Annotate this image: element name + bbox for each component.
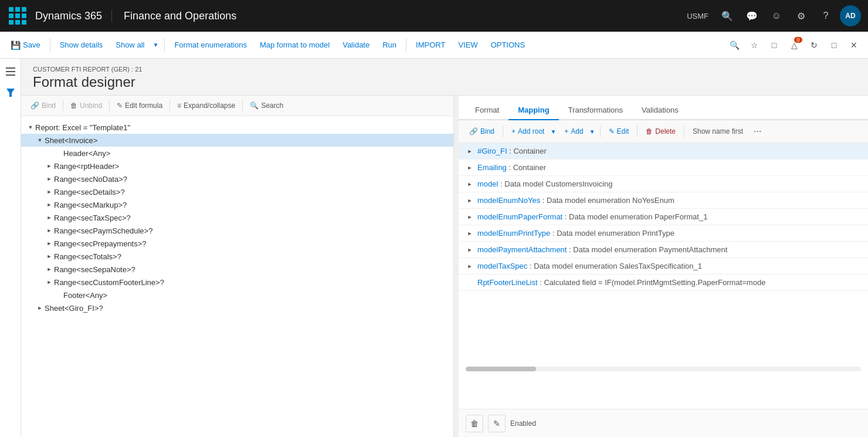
tree-chevron-header (54, 148, 63, 158)
toolbar-refresh-button[interactable]: ↻ (805, 36, 823, 55)
mapping-item-modelpaymentattachment[interactable]: ► modelPaymentAttachment : Data model en… (459, 242, 868, 258)
show-all-button[interactable]: Show all (110, 37, 150, 53)
toolbar-close-button[interactable]: ✕ (845, 36, 863, 55)
lt-sep-1 (63, 100, 63, 111)
tree-item-range-seccustomfooterline[interactable]: ► Range<secCustomFooterLine>? (21, 276, 453, 289)
chat-button[interactable]: 💬 (741, 5, 762, 26)
breadcrumb: CUSTOMER FTI REPORT (GER) : 21 (33, 66, 856, 73)
hamburger-menu-button[interactable] (2, 63, 19, 80)
unbind-button[interactable]: 🗑 Unbind (66, 99, 107, 112)
show-all-dropdown[interactable]: ▼ (151, 38, 161, 52)
save-button[interactable]: 💾 Save (5, 37, 46, 53)
search-button[interactable]: 🔍 (717, 5, 738, 26)
filter-button[interactable] (2, 84, 19, 101)
tree-chevron-secsepanote: ► (45, 265, 54, 274)
mapping-item-modelenumprinttype[interactable]: ► modelEnumPrintType : Data model enumer… (459, 225, 868, 242)
tree-item-header-any[interactable]: Header<Any> (21, 147, 453, 160)
tree-item-footer-any[interactable]: Footer<Any> (21, 289, 453, 302)
waffle-dot (9, 20, 13, 25)
mapping-item-rptfooterlinelist[interactable]: RptFooterLineList : Calculated field = I… (459, 275, 868, 291)
tab-transformations[interactable]: Transformations (559, 101, 632, 120)
user-avatar[interactable]: AD (840, 5, 861, 26)
toolbar-open-button[interactable]: □ (825, 36, 843, 55)
search-button[interactable]: 🔍 Search (245, 99, 288, 112)
mapping-item-emailing[interactable]: ► Emailing : Container (459, 160, 868, 176)
tree-item-range-sectotals[interactable]: ► Range<secTotals>? (21, 250, 453, 263)
tree-chevron-root: ▼ (26, 123, 35, 132)
tree-item-sheet-giro-fi[interactable]: ► Sheet<Giro_FI>? (21, 302, 453, 314)
show-name-first-button[interactable]: Show name first (688, 125, 748, 138)
tree-item-root[interactable]: ▼ Report: Excel = "Template1" (21, 121, 453, 134)
tab-validations[interactable]: Validations (632, 101, 688, 120)
view-button[interactable]: VIEW (452, 37, 483, 53)
panel-resizer[interactable]: ⋮ (454, 96, 459, 437)
tree-label-sectotals: Range<secTotals>? (54, 252, 121, 261)
tree-chevron-secprepayments: ► (45, 239, 54, 248)
tree-item-range-sectaxspec[interactable]: ► Range<secTaxSpec>? (21, 211, 453, 224)
edit-record-button[interactable]: ✎ (488, 415, 506, 432)
tree-item-range-secdetails[interactable]: ► Range<secDetails>? (21, 185, 453, 198)
mapping-bind-icon: 🔗 (469, 127, 478, 135)
tab-format[interactable]: Format (466, 101, 508, 120)
toolbar-sep-3 (406, 38, 406, 52)
node-name-secpaymschedule: Range<secPaymSchedule>? (54, 226, 152, 235)
mapping-item-model[interactable]: ► model : Data model CustomersInvoicing (459, 176, 868, 192)
validate-button[interactable]: Validate (337, 37, 375, 53)
view-label: VIEW (458, 40, 477, 49)
delete-icon: 🗑 (646, 127, 653, 135)
tree-item-range-secpaymschedule[interactable]: ► Range<secPaymSchedule>? (21, 224, 453, 237)
sidebar-toggle (0, 59, 21, 437)
node-name-secsepanote: Range<secSepaNote>? (54, 265, 135, 274)
add-root-button[interactable]: + Add root (507, 125, 549, 138)
add-root-dropdown[interactable]: ▼ (549, 126, 557, 137)
options-button[interactable]: OPTIONS (485, 37, 531, 53)
tree-label-secdetails: Range<secDetails>? (54, 188, 125, 197)
toolbar-notification-button[interactable]: △ 0 (785, 36, 803, 55)
import-button[interactable]: IMPORT (410, 37, 451, 53)
add-button[interactable]: + Add (560, 125, 588, 138)
mapping-horizontal-scrollbar[interactable] (466, 367, 861, 371)
add-dropdown[interactable]: ▼ (588, 126, 596, 137)
toolbar-bookmark-button[interactable]: ☆ (745, 36, 764, 55)
tab-mapping[interactable]: Mapping (508, 101, 558, 120)
tree-item-range-secnodata[interactable]: ► Range<secNoData>? (21, 172, 453, 185)
search-icon: 🔍 (250, 101, 259, 110)
map-format-button[interactable]: Map format to model (254, 37, 335, 53)
toolbar-share-button[interactable]: □ (765, 36, 784, 55)
waffle-menu-button[interactable] (7, 5, 28, 26)
tab-validations-label: Validations (642, 106, 679, 114)
tree-item-sheet-invoice[interactable]: ▼ Sheet<Invoice> (21, 134, 453, 147)
format-enumerations-button[interactable]: Format enumerations (168, 37, 253, 53)
validate-label: Validate (343, 40, 369, 49)
more-options-button[interactable]: ··· (750, 124, 765, 139)
edit-button[interactable]: ✎ Edit (604, 125, 634, 138)
settings-button[interactable]: ⚙ (791, 5, 812, 26)
tree-item-range-secprepayments[interactable]: ► Range<secPrepayments>? (21, 237, 453, 250)
tree-chevron-secdetails: ► (45, 187, 54, 197)
mapping-item-giro-fi[interactable]: ► #Giro_FI : Container (459, 143, 868, 160)
tree-item-range-secmarkup[interactable]: ► Range<secMarkup>? (21, 198, 453, 211)
tree-item-range-secsepanote[interactable]: ► Range<secSepaNote>? (21, 263, 453, 276)
tree-item-range-rptheader[interactable]: ► Range<rptHeader> (21, 160, 453, 172)
delete-record-button[interactable]: 🗑 (466, 415, 483, 432)
mapping-item-modelenumnoyes[interactable]: ► modelEnumNoYes : Data model enumeratio… (459, 192, 868, 209)
tree-chevron-footer (54, 290, 63, 300)
toolbar-search-button[interactable]: 🔍 (725, 36, 744, 55)
delete-label: Delete (655, 127, 676, 135)
edit-formula-button[interactable]: ✎ Edit formula (112, 99, 167, 112)
mapping-name-modelpaymentattachment: modelPaymentAttachment (477, 245, 567, 254)
bind-button[interactable]: 🔗 Bind (26, 99, 60, 112)
mapping-bind-button[interactable]: 🔗 Bind (464, 125, 499, 138)
mapping-scrollbar-thumb[interactable] (466, 367, 536, 371)
feedback-button[interactable]: ☺ (766, 5, 787, 26)
status-badge: Enabled (510, 419, 536, 428)
waffle-dot (9, 13, 13, 18)
show-details-button[interactable]: Show details (54, 37, 109, 53)
run-button[interactable]: Run (377, 37, 402, 53)
help-button[interactable]: ? (815, 5, 836, 26)
mapping-item-modeltaxspec[interactable]: ► modelTaxSpec : Data model enumeration … (459, 258, 868, 275)
mapping-item-modelenumpaperformat[interactable]: ► modelEnumPaperFormat : Data model enum… (459, 209, 868, 225)
expand-collapse-button[interactable]: ≡ Expand/collapse (172, 99, 240, 112)
tree-area: ▼ Report: Excel = "Template1" ▼ Sheet<In… (21, 116, 453, 437)
delete-button[interactable]: 🗑 Delete (641, 125, 680, 138)
